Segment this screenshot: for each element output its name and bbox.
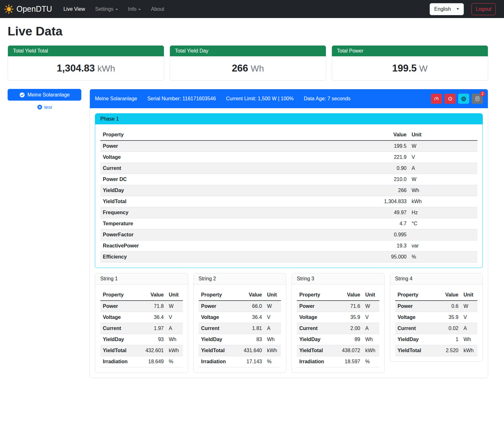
property-cell: YieldTotal — [395, 345, 434, 356]
table-row: Temperature4.7°C — [100, 218, 477, 229]
nav-live-view-label: Live View — [64, 6, 85, 12]
value-cell: 95.000 — [368, 252, 409, 263]
property-cell: Current — [199, 323, 238, 334]
property-cell: YieldTotal — [100, 345, 140, 356]
inverter-panel-header: Meine Solaranlage Serial Number: 1161716… — [90, 89, 488, 108]
property-cell: Power — [199, 301, 238, 312]
column-header-unit: Unit — [363, 290, 379, 301]
property-cell: Current — [100, 163, 368, 174]
total-yield-day-unit: Wh — [251, 64, 264, 73]
string-card-2: String 2 Property Value Unit — [193, 273, 287, 373]
x-circle-icon — [37, 104, 42, 110]
chevron-down-icon — [457, 8, 459, 10]
table-row: Irradiation18.649% — [100, 356, 183, 367]
value-cell: 431.640 — [238, 345, 264, 356]
value-cell: 210.0 — [368, 174, 409, 185]
property-cell: Efficiency — [100, 252, 368, 263]
limit-settings-button[interactable] — [431, 94, 442, 104]
panel-actions: 2 — [431, 94, 483, 104]
phase-card-body: Property Value Unit Power199.5WVoltage22… — [95, 124, 482, 268]
unit-cell: Wh — [166, 334, 183, 345]
property-cell: Voltage — [100, 312, 140, 323]
inverter-item-test[interactable]: test — [8, 104, 81, 110]
string-card-body: Property Value Unit Power0.6WVoltage35.9… — [390, 284, 483, 361]
value-cell: 266 — [368, 185, 409, 196]
event-count-badge: 2 — [480, 91, 485, 97]
table-row: YieldDay1Wh — [395, 334, 478, 345]
value-cell: 0.995 — [368, 229, 409, 240]
content-row: Meine Solaranlage test Meine Solaranlage… — [8, 89, 488, 378]
string-table: Property Value Unit Power71.6WVoltage35.… — [297, 290, 379, 367]
nav-about-label: About — [151, 6, 164, 12]
language-select-value: English — [434, 6, 451, 12]
column-header-property: Property — [100, 290, 140, 301]
table-row: ReactivePower19.3var — [100, 240, 477, 252]
string-card-body: Property Value Unit Power66.0WVoltage36.… — [194, 284, 286, 372]
inverter-item-label: test — [44, 104, 52, 110]
unit-cell: kWh — [264, 345, 281, 356]
property-cell: Current — [297, 323, 336, 334]
inverter-panel-body: Phase 1 Property Value Unit Power199.5WV… — [90, 108, 488, 378]
inverter-item-selected[interactable]: Meine Solaranlage — [8, 89, 81, 101]
power-button[interactable] — [445, 94, 456, 104]
unit-cell: Hz — [409, 207, 477, 218]
property-cell: Power DC — [100, 174, 368, 185]
unit-cell: kWh — [461, 345, 477, 356]
summary-cards-row: Total Yield Total 1,304.83kWh Total Yiel… — [8, 45, 488, 81]
value-cell: 438.072 — [336, 345, 363, 356]
total-power-card: Total Power 199.5W — [332, 45, 488, 81]
property-cell: ReactivePower — [100, 240, 368, 252]
nav-live-view[interactable]: Live View — [59, 4, 90, 15]
event-log-button[interactable]: 2 — [472, 94, 483, 104]
table-row: Current2.00A — [297, 323, 379, 334]
table-row: YieldDay93Wh — [100, 334, 183, 345]
property-cell: Power — [100, 140, 368, 152]
property-cell: Current — [100, 323, 140, 334]
table-header-row: Property Value Unit — [100, 290, 183, 301]
nav-settings-label: Settings — [95, 6, 114, 12]
unit-cell: var — [409, 240, 477, 252]
value-cell: 17.143 — [238, 356, 264, 367]
inverter-panel: Meine Solaranlage Serial Number: 1161716… — [90, 89, 488, 378]
table-row: Power71.8W — [100, 301, 183, 312]
property-cell: Current — [395, 323, 434, 334]
card-header: Total Power — [332, 46, 488, 56]
page-title: Live Data — [8, 24, 488, 38]
value-cell: 71.8 — [140, 301, 166, 312]
table-row: Power199.5W — [100, 140, 477, 152]
value-cell: 36.4 — [140, 312, 166, 323]
nav-settings[interactable]: Settings — [91, 4, 122, 15]
phase-card: Phase 1 Property Value Unit Power199.5WV… — [95, 113, 483, 268]
device-info-button[interactable] — [458, 94, 469, 104]
inverter-list: Meine Solaranlage test — [8, 89, 81, 110]
value-cell: 71.6 — [336, 301, 363, 312]
string-table: Property Value Unit Power0.6WVoltage35.9… — [395, 290, 478, 356]
property-cell: Voltage — [395, 312, 434, 323]
unit-cell: W — [461, 301, 477, 312]
strings-row: String 1 Property Value Unit — [95, 273, 483, 373]
table-row: PowerFactor0.995 — [100, 229, 477, 240]
unit-cell: V — [363, 312, 379, 323]
logout-button[interactable]: Logout — [471, 3, 496, 15]
table-row: Voltage35.9V — [297, 312, 379, 323]
table-row: Voltage36.4V — [199, 312, 281, 323]
property-cell: Frequency — [100, 207, 368, 218]
table-row: Current0.90A — [100, 163, 477, 174]
property-cell: Voltage — [199, 312, 238, 323]
unit-cell: Wh — [363, 334, 379, 345]
table-row: YieldTotal432.601kWh — [100, 345, 183, 356]
card-header: Total Yield Total — [8, 46, 164, 56]
language-select[interactable]: English — [430, 3, 464, 15]
unit-cell: % — [166, 356, 183, 367]
property-cell: Irradiation — [100, 356, 140, 367]
table-row: YieldTotal1,304.833kWh — [100, 196, 477, 207]
value-cell: 18.649 — [140, 356, 166, 367]
nav-info[interactable]: Info — [124, 4, 146, 15]
value-cell: 1,304.833 — [368, 196, 409, 207]
nav-about[interactable]: About — [146, 4, 169, 15]
value-cell: 2.00 — [336, 323, 363, 334]
value-cell: 221.9 — [368, 152, 409, 163]
string-table: Property Value Unit Power66.0WVoltage36.… — [199, 290, 281, 367]
journal-text-icon — [475, 96, 480, 101]
unit-cell: A — [264, 323, 281, 334]
